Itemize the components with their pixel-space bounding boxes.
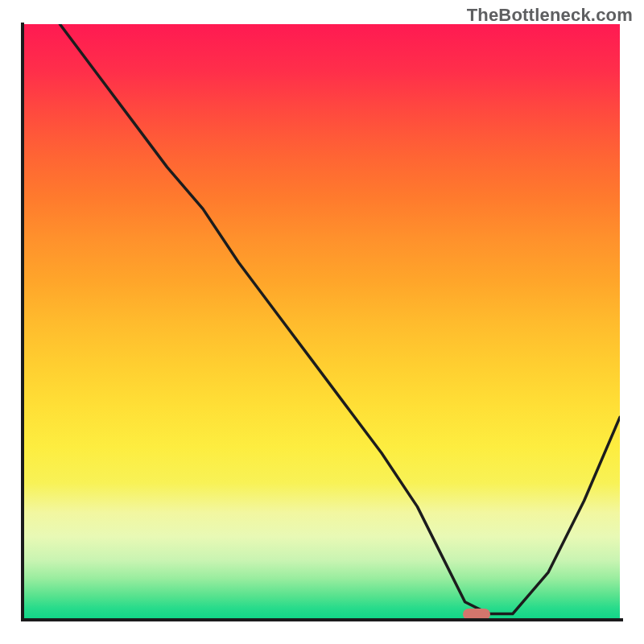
watermark-text: TheBottleneck.com <box>467 5 633 26</box>
curve-svg <box>24 24 620 620</box>
y-axis <box>21 23 24 621</box>
bottleneck-curve <box>60 24 620 614</box>
x-axis <box>21 618 623 621</box>
plot-area <box>24 24 620 620</box>
chart-container: TheBottleneck.com <box>0 0 644 644</box>
